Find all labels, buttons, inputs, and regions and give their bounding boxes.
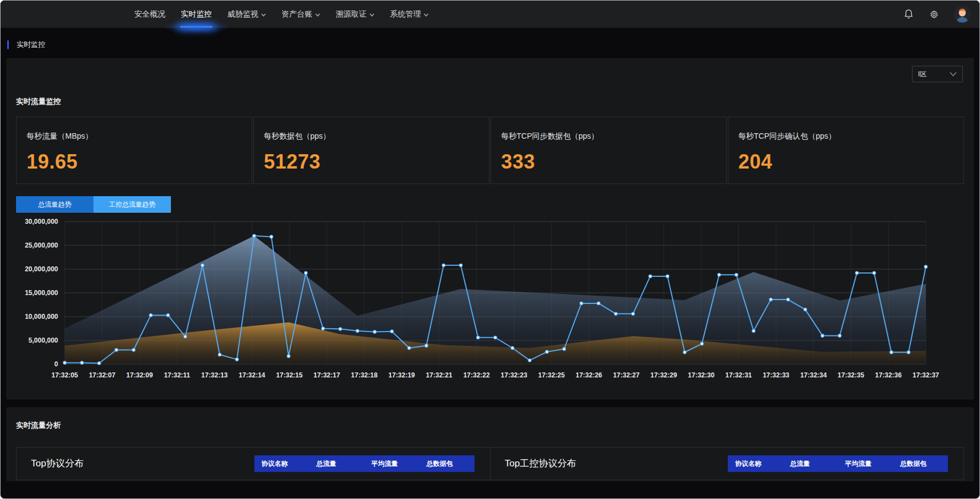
section-title-traffic-analysis: 实时流量分析 xyxy=(16,421,964,430)
data-point-marker xyxy=(63,361,66,365)
zone-dropdown[interactable]: I区 xyxy=(912,66,963,82)
x-tick-label: 17:32:25 xyxy=(538,371,565,379)
x-tick-label: 17:32:37 xyxy=(913,371,939,379)
nav-item-system-management[interactable]: 系统管理 xyxy=(382,1,436,28)
data-point-marker xyxy=(459,264,462,267)
data-point-marker xyxy=(166,314,170,317)
x-tick-label: 17:32:33 xyxy=(763,371,789,379)
data-point-marker xyxy=(494,336,497,339)
x-tick-label: 17:32:09 xyxy=(126,371,153,379)
x-tick-label: 17:32:19 xyxy=(388,371,415,379)
x-tick-label: 17:32:13 xyxy=(201,371,228,379)
y-tick-label: 30,000,000 xyxy=(25,218,58,225)
data-point-marker xyxy=(649,275,652,278)
nav-item-realtime-monitor[interactable]: 实时监控 xyxy=(173,1,220,28)
x-tick-label: 17:32:18 xyxy=(351,371,378,379)
x-tick-label: 17:32:34 xyxy=(800,371,827,379)
data-point-marker xyxy=(477,336,480,339)
nav-item-label: 系统管理 xyxy=(390,9,421,19)
gear-icon[interactable] xyxy=(929,9,940,20)
data-point-marker xyxy=(666,275,669,278)
stat-value: 19.65 xyxy=(27,150,242,174)
x-tick-label: 17:32:05 xyxy=(51,371,78,379)
data-point-marker xyxy=(545,350,549,354)
col-total-traffic: 总流量 xyxy=(783,455,838,472)
chevron-down-icon xyxy=(950,72,957,76)
data-point-marker xyxy=(408,346,411,350)
data-point-marker xyxy=(769,298,773,301)
top-ics-protocol-panel: Top工控协议分布 协议名称 总流量 平均流量 总数据包 xyxy=(490,448,964,480)
col-protocol-name: 协议名称 xyxy=(728,455,783,472)
top-navbar: 安全概况 实时监控 威胁监视 资产台账 溯源取证 系统管理 xyxy=(1,1,979,28)
col-protocol-name: 协议名称 xyxy=(254,455,310,472)
stat-label: 每秒流量（MBps） xyxy=(27,132,242,141)
nav-item-security-overview[interactable]: 安全概况 xyxy=(127,1,173,28)
data-point-marker xyxy=(149,314,153,317)
stat-label: 每秒TCP同步确认包（pps） xyxy=(738,132,953,141)
data-point-marker xyxy=(201,264,204,267)
bell-icon[interactable] xyxy=(903,9,914,20)
x-tick-label: 17:32:31 xyxy=(725,371,752,379)
data-point-marker xyxy=(821,334,824,338)
data-point-marker xyxy=(132,348,135,351)
nav-item-threat-watch[interactable]: 威胁监视 xyxy=(220,1,274,28)
stat-card-tcp-syn: 每秒TCP同步数据包（pps） 333 xyxy=(491,117,727,184)
x-tick-label: 17:32:22 xyxy=(463,371,490,379)
data-point-marker xyxy=(425,344,428,348)
data-point-marker xyxy=(856,271,859,275)
data-point-marker xyxy=(735,274,738,277)
data-point-marker xyxy=(390,330,394,333)
x-tick-label: 17:32:36 xyxy=(875,371,901,379)
data-point-marker xyxy=(80,361,84,365)
data-point-marker xyxy=(752,329,755,333)
tab-ics-total-traffic-trend[interactable]: 工控总流量趋势 xyxy=(93,196,171,213)
data-point-marker xyxy=(580,302,583,305)
traffic-analysis-card: 实时流量分析 Top协议分布 协议名称 总流量 平均流量 总数据包 Top工控协… xyxy=(6,407,974,481)
data-point-marker xyxy=(924,265,927,269)
stat-cards: 每秒流量（MBps） 19.65 每秒数据包（pps） 51273 每秒TCP同… xyxy=(16,117,964,184)
y-tick-label: 10,000,000 xyxy=(25,313,58,321)
avatar[interactable] xyxy=(954,6,971,23)
data-point-marker xyxy=(838,334,842,338)
chevron-down-icon xyxy=(261,13,266,17)
y-tick-label: 20,000,000 xyxy=(25,265,58,273)
col-avg-traffic: 平均流量 xyxy=(838,455,893,472)
nav-item-asset-ledger[interactable]: 资产台账 xyxy=(274,1,328,28)
nav-item-label: 安全概况 xyxy=(134,9,165,19)
data-point-marker xyxy=(321,327,325,330)
y-tick-label: 5,000,000 xyxy=(29,337,59,344)
data-point-marker xyxy=(236,358,239,361)
tab-total-traffic-trend[interactable]: 总流量趋势 xyxy=(16,196,93,213)
stat-value: 204 xyxy=(738,150,953,174)
nav-item-trace-forensics[interactable]: 溯源取证 xyxy=(328,1,382,28)
col-avg-traffic: 平均流量 xyxy=(364,455,420,472)
active-tab-underline xyxy=(180,26,212,28)
x-tick-label: 17:32:29 xyxy=(650,371,677,379)
x-tick-label: 17:32:17 xyxy=(314,371,340,379)
traffic-chart-svg: 17:32:0517:32:0717:32:0917:32:1117:32:13… xyxy=(16,216,965,383)
panel-title-top-ics-protocol: Top工控协议分布 xyxy=(491,457,576,470)
breadcrumb: 实时监控 xyxy=(1,34,979,56)
data-point-marker xyxy=(683,351,686,354)
data-point-marker xyxy=(718,274,721,277)
x-tick-label: 17:32:23 xyxy=(501,371,527,379)
data-point-marker xyxy=(184,335,187,338)
stat-card-throughput: 每秒流量（MBps） 19.65 xyxy=(16,117,252,184)
y-tick-label: 15,000,000 xyxy=(25,289,58,297)
data-point-marker xyxy=(597,302,601,305)
x-tick-label: 17:32:07 xyxy=(89,371,116,379)
traffic-trend-chart[interactable]: 17:32:0517:32:0717:32:0917:32:1117:32:13… xyxy=(16,216,964,385)
col-total-packets: 总数据包 xyxy=(893,455,948,472)
data-point-marker xyxy=(115,348,118,351)
chevron-down-icon xyxy=(369,13,374,17)
data-point-marker xyxy=(873,271,876,275)
x-tick-label: 17:32:11 xyxy=(164,371,190,379)
nav-item-label: 威胁监视 xyxy=(227,9,258,19)
protocol-panels: Top协议分布 协议名称 总流量 平均流量 总数据包 Top工控协议分布 协议名… xyxy=(16,447,964,480)
data-point-marker xyxy=(253,234,256,238)
stat-label: 每秒数据包（pps） xyxy=(264,132,479,141)
top-protocol-panel: Top协议分布 协议名称 总流量 平均流量 总数据包 xyxy=(17,448,490,480)
stat-card-tcp-syn-ack: 每秒TCP同步确认包（pps） 204 xyxy=(728,117,964,184)
data-point-marker xyxy=(287,355,290,358)
panel-title-top-protocol: Top协议分布 xyxy=(17,457,84,470)
